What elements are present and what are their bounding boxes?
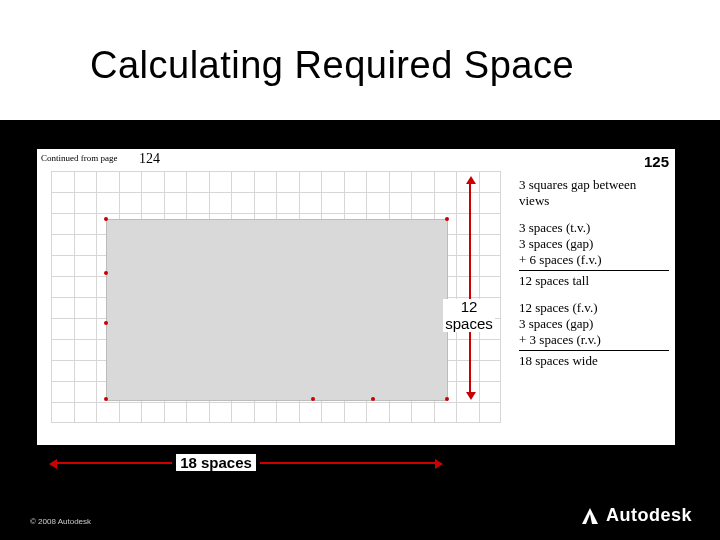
autodesk-icon [580,506,600,526]
paper-sheet: Continued from page 124 125 12 spaces [36,148,676,446]
vertical-dimension-label: 12 spaces [443,299,495,332]
slide-title: Calculating Required Space [90,40,680,91]
marker-dot [104,217,108,221]
marker-dot [445,217,449,221]
note-tall-calc: 3 spaces (t.v.) 3 spaces (gap) + 6 space… [519,220,669,290]
vertical-dimension-arrow [469,179,471,397]
marker-dot [104,271,108,275]
continued-from-label: Continued from page [41,153,117,163]
horizontal-dimension-arrow-left [52,462,172,464]
note-tall-2: 3 spaces (gap) [519,236,669,252]
page-number: 125 [644,153,669,170]
note-gap: 3 squares gap between views [519,177,669,210]
dim-v-line1: 12 [461,298,478,315]
note-wide-sum: 18 spaces wide [519,353,669,369]
note-tall-3: + 6 spaces (f.v.) [519,252,669,268]
marker-dot [445,397,449,401]
note-tall-sum: 12 spaces tall [519,273,669,289]
brand-name: Autodesk [606,505,692,526]
handwritten-notes: 3 squares gap between views 3 spaces (t.… [519,177,669,380]
grid [51,171,501,423]
rule-line [519,270,669,271]
note-wide-calc: 12 spaces (f.v.) 3 spaces (gap) + 3 spac… [519,300,669,370]
note-wide-1: 12 spaces (f.v.) [519,300,669,316]
brand-logo: Autodesk [580,505,692,526]
marker-dot [311,397,315,401]
horizontal-dimension-label: 18 spaces [176,454,256,471]
horizontal-dimension-arrow-right [260,462,440,464]
copyright: © 2008 Autodesk [30,517,91,526]
marker-dot [104,321,108,325]
note-tall-1: 3 spaces (t.v.) [519,220,669,236]
previous-page-number: 124 [139,151,160,167]
marker-dot [104,397,108,401]
rule-line [519,350,669,351]
slide: Calculating Required Space Continued fro… [0,0,720,540]
footer: © 2008 Autodesk Autodesk [0,482,720,540]
marker-dot [371,397,375,401]
note-wide-3: + 3 spaces (r.v.) [519,332,669,348]
dim-v-line2: spaces [445,315,493,332]
note-wide-2: 3 spaces (gap) [519,316,669,332]
drawing-area-rect [106,219,448,401]
